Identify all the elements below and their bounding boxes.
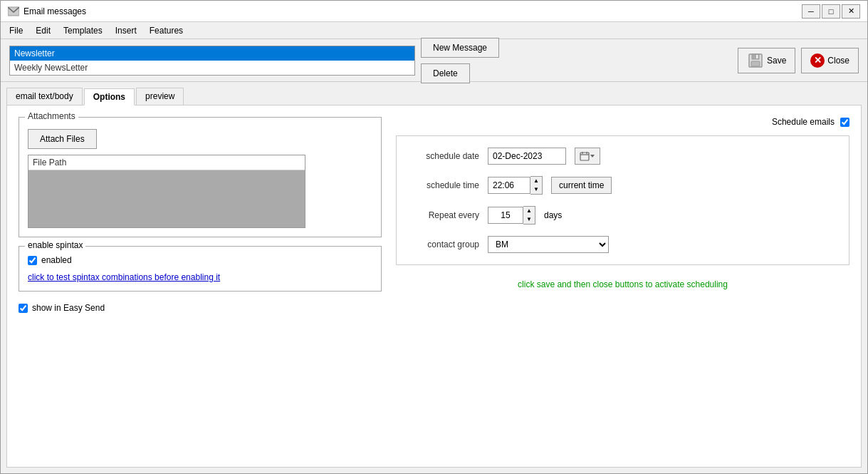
menu-edit[interactable]: Edit (30, 24, 56, 37)
repeat-down-button[interactable]: ▼ (523, 215, 535, 224)
schedule-emails-checkbox[interactable] (840, 118, 849, 127)
minimize-button[interactable]: ─ (802, 4, 820, 19)
menu-bar: File Edit Templates Insert Features (1, 22, 867, 39)
tab-options[interactable]: Options (84, 88, 135, 105)
repeat-input[interactable] (488, 207, 523, 224)
delete-button[interactable]: Delete (421, 63, 470, 83)
app-icon (8, 6, 19, 17)
date-picker-button[interactable] (575, 148, 600, 165)
save-button[interactable]: Save (738, 48, 795, 73)
save-label: Save (767, 56, 786, 66)
title-bar-controls: ─ □ ✕ (802, 4, 860, 19)
maximize-button[interactable]: □ (822, 4, 840, 19)
toolbar: Newsletter Weekly NewsLetter New Message… (1, 39, 867, 82)
spintax-checkbox[interactable] (28, 256, 37, 265)
spintax-checkbox-row: enabled (28, 255, 372, 265)
menu-insert[interactable]: Insert (110, 24, 142, 37)
time-down-button[interactable]: ▼ (530, 185, 542, 194)
repeat-row: Repeat every ▲ ▼ days (408, 206, 837, 225)
contact-group-select[interactable]: BM (488, 236, 609, 253)
schedule-time-row: schedule time ▲ ▼ current time (408, 176, 837, 195)
svg-rect-5 (580, 153, 589, 160)
right-panel: Schedule emails schedule date (396, 117, 849, 455)
save-icon (747, 52, 764, 69)
schedule-box: schedule date (396, 135, 849, 265)
close-action-button[interactable]: ✕ Close (801, 48, 859, 73)
title-bar: Email messages ─ □ ✕ (1, 1, 867, 22)
attach-files-button[interactable]: Attach Files (28, 129, 97, 149)
spintax-legend: enable spintax (25, 240, 85, 250)
days-label: days (544, 210, 562, 220)
left-panel: Attachments Attach Files File Path enabl… (19, 117, 382, 455)
repeat-input-container: ▲ ▼ (488, 206, 535, 225)
time-spinner: ▲ ▼ (530, 176, 543, 195)
file-path-body (28, 170, 305, 227)
schedule-header: Schedule emails (396, 117, 849, 127)
svg-rect-4 (756, 55, 758, 58)
repeat-up-button[interactable]: ▲ (523, 207, 535, 215)
file-path-header: File Path (28, 155, 305, 170)
new-message-button[interactable]: New Message (421, 38, 499, 58)
schedule-emails-label: Schedule emails (772, 117, 835, 127)
schedule-date-input[interactable] (488, 148, 566, 165)
message-list[interactable]: Newsletter Weekly NewsLetter (9, 46, 415, 76)
attachments-legend: Attachments (25, 111, 78, 121)
show-easy-send-checkbox[interactable] (19, 304, 28, 313)
menu-file[interactable]: File (4, 24, 28, 37)
menu-features[interactable]: Features (144, 24, 189, 37)
file-path-table: File Path (28, 155, 305, 228)
close-x-icon: ✕ (810, 53, 825, 68)
time-up-button[interactable]: ▲ (530, 177, 542, 185)
tabs: email text/body Options preview (6, 88, 862, 105)
dropdown-arrow-icon (590, 153, 595, 159)
message-item-newsletter[interactable]: Newsletter (10, 46, 414, 61)
svg-rect-3 (751, 61, 760, 66)
repeat-label: Repeat every (408, 210, 479, 220)
spintax-enabled-label: enabled (41, 255, 72, 265)
show-easy-send-row: show in Easy Send (19, 303, 382, 313)
message-item-weekly[interactable]: Weekly NewsLetter (10, 61, 414, 75)
close-label: Close (827, 56, 849, 66)
contact-group-row: contact group BM (408, 236, 837, 253)
tab-preview[interactable]: preview (136, 88, 184, 105)
main-window: Email messages ─ □ ✕ File Edit Templates… (0, 0, 868, 474)
attachments-section: Attachments Attach Files File Path (19, 117, 382, 237)
window-title: Email messages (23, 6, 86, 16)
schedule-date-label: schedule date (408, 151, 479, 161)
tab-email-body[interactable]: email text/body (6, 88, 83, 105)
schedule-tip: click save and then close buttons to act… (396, 279, 849, 289)
schedule-time-input[interactable] (488, 177, 530, 194)
calendar-icon (580, 151, 590, 161)
schedule-date-row: schedule date (408, 148, 837, 165)
time-input-container: ▲ ▼ (488, 176, 543, 195)
menu-templates[interactable]: Templates (58, 24, 108, 37)
main-content: email text/body Options preview Attachme… (1, 82, 867, 473)
title-bar-left: Email messages (8, 6, 86, 17)
spintax-test-link[interactable]: click to test spintax combinations befor… (28, 272, 372, 282)
window-close-button[interactable]: ✕ (842, 4, 860, 19)
svg-marker-9 (590, 155, 595, 158)
repeat-spinner: ▲ ▼ (523, 206, 535, 225)
tab-content: Attachments Attach Files File Path enabl… (6, 105, 862, 468)
show-easy-send-label: show in Easy Send (32, 303, 105, 313)
spintax-section: enable spintax enabled click to test spi… (19, 246, 382, 292)
current-time-button[interactable]: current time (551, 177, 612, 194)
contact-group-label: contact group (408, 239, 479, 249)
schedule-time-label: schedule time (408, 180, 479, 190)
